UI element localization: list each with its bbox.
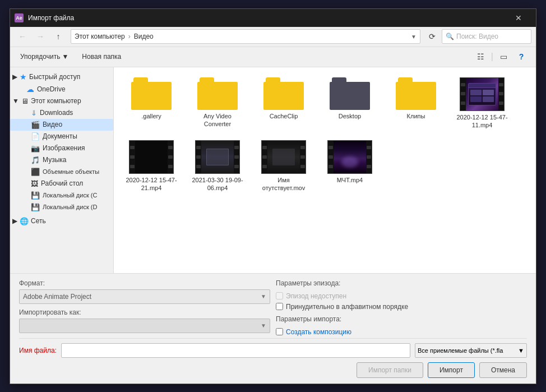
disk-c-label: Локальный диск (C (43, 192, 97, 199)
sidebar-item-desktop[interactable]: 🖼 Рабочий стол (10, 178, 113, 190)
objects3d-icon: ⬛ (31, 168, 40, 176)
right-form-column: Параметры эпизода: Эпизод недоступен При… (276, 279, 527, 336)
sidebar-item-3dobjects[interactable]: ⬛ Объемные объекты (10, 166, 113, 178)
sidebar-item-onedrive[interactable]: ☁ OneDrive (10, 83, 113, 95)
folder-import-button[interactable]: Импорт папки (357, 362, 423, 378)
help-button[interactable]: ? (513, 49, 529, 64)
action-toolbar: Упорядочить ▼ Новая папка ☷ | ▭ ? (10, 47, 536, 67)
sidebar-item-disk-c[interactable]: 💾 Локальный диск (C (10, 190, 113, 201)
sidebar-item-quick-access[interactable]: ▶ ★ Быстрый доступ (10, 71, 113, 83)
desktop-label: Рабочий стол (41, 179, 83, 187)
file-item-video5[interactable]: МЧТ.mp4 (319, 137, 381, 196)
bottom-panel: Формат: Adobe Animate Project ▼ Импортир… (10, 273, 536, 384)
format-value: Adobe Animate Project (23, 293, 91, 301)
disk-c-icon: 💾 (31, 191, 40, 200)
file-item-video3[interactable]: 2021-03-30 19-09-06.mp4 (187, 137, 248, 196)
file-name-video5: МЧТ.mp4 (337, 176, 363, 184)
file-item-video4[interactable]: Имя отутствует.mov (253, 137, 314, 196)
objects3d-label: Объемные объекты (43, 168, 99, 175)
import-as-group: Импортировать как: ▼ (19, 308, 270, 333)
this-pc-expand-icon: ▼ (12, 97, 19, 105)
back-button[interactable]: ← (15, 29, 30, 44)
sidebar: ▶ ★ Быстрый доступ ☁ OneDrive ▼ 🖥 Этот к… (10, 67, 114, 273)
quick-access-icon: ★ (20, 72, 27, 81)
file-type-select[interactable]: Все приемлемые файлы (*.fla ▼ (415, 343, 527, 358)
music-label: Музыка (43, 156, 66, 164)
network-expand-icon: ▶ (12, 217, 17, 225)
file-item-video1[interactable]: 2020-12-12 15-47-11.mp4 (451, 74, 513, 133)
button-row: Импорт папки Импорт Отмена (19, 358, 527, 378)
search-bar[interactable]: 🔍 Поиск: Видео (442, 29, 531, 44)
breadcrumb-sep1: › (128, 33, 131, 40)
episode-unavailable-input[interactable] (276, 292, 283, 299)
forward-button[interactable]: → (33, 29, 48, 44)
file-item-desktop-folder[interactable]: Desktop (319, 74, 381, 133)
refresh-button[interactable]: ⟳ (425, 29, 439, 44)
format-select[interactable]: Adobe Animate Project ▼ (19, 289, 270, 304)
form-grid: Формат: Adobe Animate Project ▼ Импортир… (19, 279, 527, 336)
file-item-video2[interactable]: 2020-12-12 15-47-21.mp4 (121, 137, 182, 196)
file-name-anyvideoconverter: Any Video Converter (190, 112, 245, 128)
video-thumb-4 (261, 140, 306, 174)
create-comp-input[interactable] (276, 328, 283, 335)
disk-d-label: Локальный диск (D (43, 204, 97, 210)
search-icon: 🔍 (446, 33, 454, 40)
organize-button[interactable]: Упорядочить ▼ (17, 51, 72, 62)
view-controls: ☷ | ▭ ? (473, 49, 529, 64)
sidebar-item-music[interactable]: 🎵 Музыка (10, 154, 113, 166)
app-icon: Ae (15, 13, 24, 22)
sidebar-item-this-pc[interactable]: ▼ 🖥 Этот компьютер (10, 95, 113, 107)
address-dropdown-icon[interactable]: ▼ (411, 34, 417, 40)
videos-label: Видео (43, 121, 62, 128)
format-group: Формат: Adobe Animate Project ▼ (19, 279, 270, 304)
details-pane-button[interactable]: ▭ (496, 49, 511, 64)
create-comp-link[interactable]: Создать композицию (286, 328, 351, 336)
video-thumb-1 (460, 77, 505, 111)
search-placeholder: Поиск: Видео (456, 33, 498, 40)
sidebar-item-videos[interactable]: 🎬 Видео (10, 119, 113, 131)
folder-icon-gallery (131, 77, 172, 110)
sidebar-item-documents[interactable]: 📄 Документы (10, 131, 113, 142)
quick-access-expand-icon: ▶ (12, 73, 17, 81)
address-bar[interactable]: Этот компьютер › Видео ▼ (71, 29, 420, 44)
file-item-anyvideoconverter[interactable]: Any Video Converter (187, 74, 248, 133)
file-name-klips: Клипы (407, 112, 425, 120)
file-name-input[interactable] (61, 343, 410, 358)
file-item-gallery[interactable]: .gallery (121, 74, 182, 133)
sidebar-item-disk-d[interactable]: 💾 Локальный диск (D (10, 201, 113, 213)
up-button[interactable]: ↑ (50, 29, 66, 44)
music-icon: 🎵 (31, 156, 40, 164)
downloads-label: Downloads (40, 109, 73, 117)
documents-icon: 📄 (31, 132, 40, 141)
sidebar-item-images[interactable]: 📷 Изображения (10, 142, 113, 154)
file-name-cacheclip: CacheClip (270, 112, 298, 120)
documents-label: Документы (43, 132, 77, 140)
import-button[interactable]: Импорт (428, 362, 475, 378)
create-comp-checkbox[interactable]: Создать композицию (276, 328, 527, 336)
cancel-button[interactable]: Отмена (479, 362, 527, 378)
images-icon: 📷 (31, 144, 40, 153)
new-folder-button[interactable]: Новая папка (78, 51, 124, 62)
title-bar: Ae Импорт файла ✕ (10, 9, 536, 27)
close-button[interactable]: ✕ (506, 9, 531, 27)
format-arrow-icon: ▼ (261, 293, 266, 299)
file-name-row: Имя файла: Все приемлемые файлы (*.fla ▼ (19, 338, 527, 358)
folder-icon-anyvideoconverter (197, 77, 238, 110)
view-toggle-button[interactable]: ☷ (473, 49, 489, 64)
file-name-video3: 2021-03-30 19-09-06.mp4 (190, 176, 245, 192)
import-as-select[interactable]: ▼ (19, 319, 270, 333)
sidebar-item-downloads[interactable]: ⇓ Downloads (10, 107, 113, 119)
episode-unavailable-checkbox[interactable]: Эпизод недоступен (276, 292, 527, 300)
file-name-video4: Имя отутствует.mov (256, 176, 311, 192)
force-alpha-checkbox[interactable]: Принудительно в алфавитном порядке (276, 303, 527, 311)
import-params-title: Параметры импорта: (276, 315, 527, 323)
file-name-gallery: .gallery (141, 112, 161, 120)
file-item-klips[interactable]: Клипы (385, 74, 447, 133)
force-alpha-input[interactable] (276, 303, 283, 310)
file-item-cacheclip[interactable]: CacheClip (253, 74, 314, 133)
import-as-label: Импортировать как: (19, 308, 270, 316)
videos-icon: 🎬 (31, 121, 40, 129)
dialog-title: Импорт файла (28, 14, 501, 22)
sidebar-item-network[interactable]: ▶ 🌐 Сеть (10, 215, 113, 227)
network-label: Сеть (31, 217, 46, 225)
